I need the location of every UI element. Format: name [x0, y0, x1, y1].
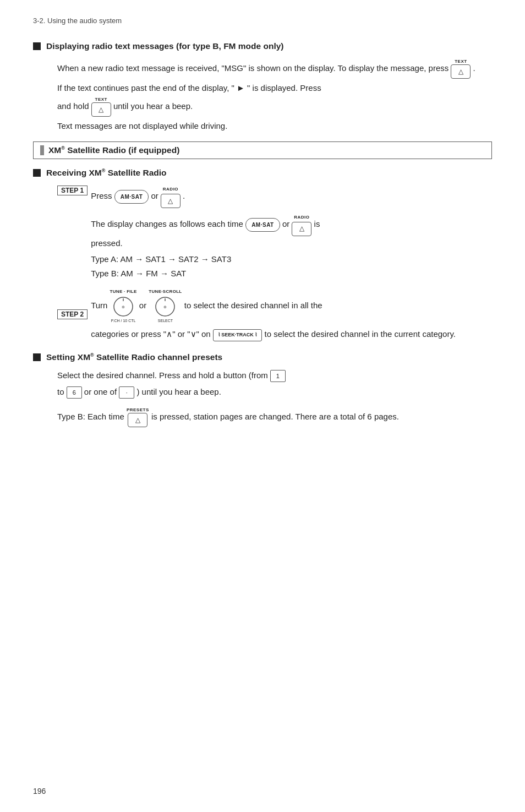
para-hold: and hold TEXT △ until you hear a beep.: [57, 97, 492, 117]
bullet-square-2: [33, 169, 41, 177]
step1-label: STEP 1: [57, 186, 88, 195]
para-continues: If the text continues past the end of th…: [57, 83, 492, 92]
displaying-body: When a new radio text message is receive…: [33, 59, 492, 130]
xm-section-box: XM® Satellite Radio (if equipped): [33, 141, 492, 159]
receiving-body: STEP 1 Press AM·SAT or RADIO △ .: [33, 186, 492, 341]
step1-or2: or: [282, 219, 292, 228]
step2-or: or: [139, 301, 149, 310]
breadcrumb: 3-2. Using the audio system: [33, 17, 492, 25]
svg-text:⊕: ⊕: [122, 305, 125, 309]
presets-button: PRESETS △: [127, 407, 149, 427]
para-msg: When a new radio text message is receive…: [57, 59, 492, 79]
setting-para1: Select the desired channel. Press and ho…: [57, 370, 492, 382]
step1-typeA: Type A: AM → SAT1 → SAT2 → SAT3: [91, 252, 492, 266]
setting-section: Setting XM® Satellite Radio channel pres…: [33, 352, 492, 427]
step2-categories: categories or press "∧" or "∨" on ⌇ SEEK…: [91, 327, 492, 341]
step1-period: .: [183, 192, 185, 201]
step2-row: STEP 2 Turn TUNE · FILE ⊕: [57, 288, 492, 341]
step1-content: Press AM·SAT or RADIO △ .: [91, 186, 492, 280]
displaying-heading: Displaying radio text messages (for type…: [33, 41, 492, 51]
button-dot: ·: [119, 386, 134, 399]
step2-content: Turn TUNE · FILE ⊕ P.CH / 10 C: [91, 288, 492, 341]
text-button-1: TEXT △: [451, 59, 471, 79]
step2-turn: Turn: [91, 301, 110, 310]
setting-typeb: Type B: Each time PRESETS △ is pressed, …: [57, 407, 492, 427]
step1-is: is: [314, 219, 320, 228]
setting-title: Setting XM® Satellite Radio channel pres…: [46, 352, 222, 362]
button-6: 6: [67, 386, 82, 399]
step1-or: or: [151, 192, 161, 201]
step2-cat-suffix: to select the desired channel in the cur…: [265, 329, 456, 339]
text-button-2: TEXT △: [91, 97, 111, 117]
step2-cat-text: categories or press "∧" or "∨" on: [91, 329, 213, 339]
xm-box-title: XM® Satellite Radio (if equipped): [48, 145, 179, 155]
step1-pressed: pressed.: [91, 236, 492, 250]
tune-scroll-knob: TUNE·SCROLL ⊕ SELECT: [149, 288, 182, 324]
radio-button-2: RADIO △: [292, 214, 311, 236]
step1-display-para: The display changes as follows each time…: [91, 214, 492, 236]
page-container: 3-2. Using the audio system Displaying r…: [0, 0, 525, 471]
page-number: 196: [33, 787, 46, 795]
setting-body: Select the desired channel. Press and ho…: [33, 370, 492, 427]
displaying-section: Displaying radio text messages (for type…: [33, 41, 492, 130]
setting-heading: Setting XM® Satellite Radio channel pres…: [33, 352, 492, 362]
bullet-square-3: [33, 353, 41, 361]
step2-label: STEP 2: [57, 309, 88, 319]
setting-para2: to 6 or one of · ) until you hear a beep…: [57, 386, 492, 399]
am-sat-button: AM·SAT: [114, 190, 149, 204]
tune-file-knob: TUNE · FILE ⊕ P.CH / 10 CTL: [110, 288, 137, 324]
radio-button-1: RADIO △: [161, 186, 181, 208]
step1-press: Press: [91, 192, 114, 201]
xm-box-accent: [40, 145, 44, 155]
step1-display-text: The display changes as follows each time: [91, 219, 245, 228]
step2-suffix: to select the desired channel in all the: [184, 301, 322, 310]
step1-typeB: Type B: AM → FM → SAT: [91, 266, 492, 281]
receiving-heading: Receiving XM® Satellite Radio: [33, 168, 492, 178]
bullet-square: [33, 42, 41, 50]
svg-text:⊕: ⊕: [163, 305, 167, 309]
seek-track-button: ⌇ SEEK·TRACK ⌇: [213, 329, 262, 341]
step1-row: STEP 1 Press AM·SAT or RADIO △ .: [57, 186, 492, 280]
button-1: 1: [270, 370, 286, 382]
receiving-section: Receiving XM® Satellite Radio STEP 1 Pre…: [33, 168, 492, 341]
receiving-title: Receiving XM® Satellite Radio: [46, 168, 167, 178]
am-sat-button-2: AM·SAT: [245, 218, 280, 232]
para-not-displayed: Text messages are not displayed while dr…: [57, 121, 492, 130]
